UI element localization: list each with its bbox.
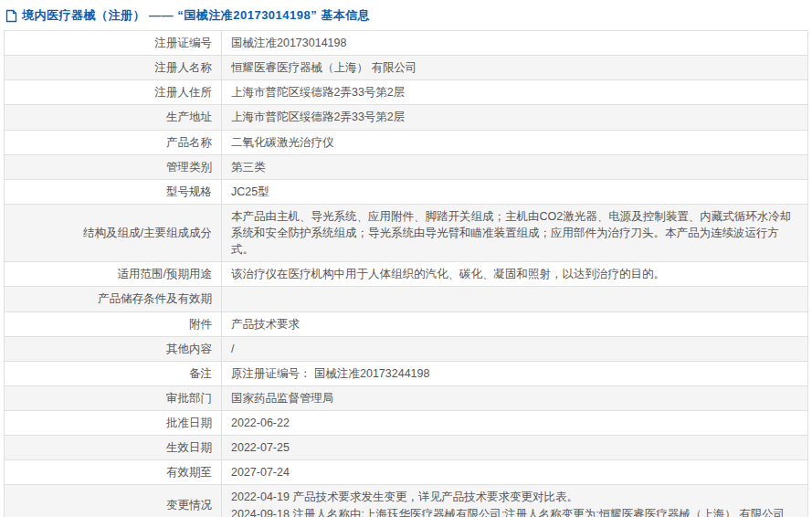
row-label-text: 审批部门 <box>166 392 212 405</box>
row-value: / <box>222 336 808 361</box>
row-value: JC25型 <box>222 179 808 204</box>
registration-info-table: 注册证编号国械注准20173014198注册人名称恒耀医睿医疗器械（上海） 有限… <box>4 30 808 517</box>
row-label: 管理类别 <box>5 154 222 179</box>
row-label-text: 备注 <box>189 367 212 380</box>
row-label-text: 产品名称 <box>166 136 212 149</box>
row-label-text: 生效日期 <box>166 441 212 454</box>
info-table-body: 注册证编号国械注准20173014198注册人名称恒耀医睿医疗器械（上海） 有限… <box>5 31 808 517</box>
row-value: 原注册证编号： 国械注准20173244198 <box>222 361 808 385</box>
row-label-text: 生产地址 <box>166 111 212 123</box>
page-header: 境内医疗器械（注册） —— “国械注准20173014198” 基本信息 <box>0 0 812 30</box>
row-label-text: 注册人住所 <box>155 86 213 99</box>
row-value: 二氧化碳激光治疗仪 <box>222 130 808 154</box>
row-label-text: 管理类别 <box>166 161 212 174</box>
table-row: 生产地址上海市普陀区绥德路2弄33号第2层 <box>5 105 808 130</box>
row-value: 国家药品监督管理局 <box>222 385 808 410</box>
row-value-line: 2024-09-18 注册人名称由:上海珏华医疗器械有限公司;注册人名称变更为:… <box>231 506 798 517</box>
row-label: 备注 <box>5 361 222 385</box>
table-row: 注册人名称恒耀医睿医疗器械（上海） 有限公司 <box>5 56 808 80</box>
row-label: 变更情况 <box>5 485 222 517</box>
row-value: 2027-07-24 <box>222 460 808 485</box>
row-label-text: 其他内容 <box>166 343 212 355</box>
table-row: 适用范围/预期用途该治疗仪在医疗机构中用于人体组织的汽化、碳化、凝固和照射，以达… <box>5 262 808 287</box>
table-row: 注册证编号国械注准20173014198 <box>5 31 808 56</box>
row-label: 注册人住所 <box>5 80 222 105</box>
row-label: 注册人名称 <box>5 56 222 80</box>
row-label: 生效日期 <box>5 436 222 460</box>
table-row: 审批部门国家药品监督管理局 <box>5 385 808 410</box>
row-value: 第三类 <box>222 154 808 179</box>
table-row: 型号规格JC25型 <box>5 179 808 204</box>
row-label-text: 适用范围/预期用途 <box>118 268 212 280</box>
row-label: 注册证编号 <box>5 31 222 56</box>
row-value-line: 2022-04-19 产品技术要求发生变更，详见产品技术要求变更对比表。 <box>231 489 798 505</box>
table-row: 有效期至2027-07-24 <box>5 460 808 485</box>
table-row: 附件产品技术要求 <box>5 311 808 336</box>
page: 境内医疗器械（注册） —— “国械注准20173014198” 基本信息 注册证… <box>0 0 812 517</box>
table-row: 生效日期2022-07-25 <box>5 436 808 460</box>
document-icon <box>5 9 17 23</box>
row-label: 附件 <box>5 311 222 336</box>
row-value: 本产品由主机、导光系统、应用附件、脚踏开关组成；主机由CO2激光器、电源及控制装… <box>222 204 808 261</box>
row-value: 2022-04-19 产品技术要求发生变更，详见产品技术要求变更对比表。2024… <box>222 485 808 517</box>
row-label: 产品储存条件及有效期 <box>5 287 222 311</box>
row-label-text: 批准日期 <box>166 417 212 429</box>
row-value: 该治疗仪在医疗机构中用于人体组织的汽化、碳化、凝固和照射，以达到治疗的目的。 <box>222 262 808 287</box>
row-label-text: 型号规格 <box>166 185 212 198</box>
table-row: 变更情况2022-04-19 产品技术要求发生变更，详见产品技术要求变更对比表。… <box>5 485 808 517</box>
row-label-text: 产品储存条件及有效期 <box>98 292 212 305</box>
row-value: 上海市普陀区绥德路2弄33号第2层 <box>222 105 808 130</box>
table-row: 管理类别第三类 <box>5 154 808 179</box>
row-label: 型号规格 <box>5 179 222 204</box>
row-label: 结构及组成/主要组成成分 <box>5 204 222 261</box>
row-label-text: 注册证编号 <box>155 37 213 49</box>
row-value: 上海市普陀区绥德路2弄33号第2层 <box>222 80 808 105</box>
page-title: 境内医疗器械（注册） —— “国械注准20173014198” 基本信息 <box>22 7 370 24</box>
table-row: 产品储存条件及有效期 <box>5 287 808 311</box>
row-label-text: 注册人名称 <box>155 61 213 74</box>
row-value: 产品技术要求 <box>222 311 808 336</box>
row-label-text: 变更情况 <box>166 499 212 512</box>
row-label: 批准日期 <box>5 411 222 436</box>
row-value: 2022-07-25 <box>222 436 808 460</box>
row-label: 生产地址 <box>5 105 222 130</box>
row-label-text: 附件 <box>189 318 212 331</box>
row-value: 2022-06-22 <box>222 411 808 436</box>
row-label: 产品名称 <box>5 130 222 154</box>
row-value: 国械注准20173014198 <box>222 31 808 56</box>
table-row: 产品名称二氧化碳激光治疗仪 <box>5 130 808 154</box>
row-label-text: 有效期至 <box>166 466 212 479</box>
row-label: 有效期至 <box>5 460 222 485</box>
row-label: 审批部门 <box>5 385 222 410</box>
row-label: 适用范围/预期用途 <box>5 262 222 287</box>
table-row: 批准日期2022-06-22 <box>5 411 808 436</box>
row-value <box>222 287 808 311</box>
row-label-text: 结构及组成/主要组成成分 <box>83 227 212 239</box>
table-row: 其他内容/ <box>5 336 808 361</box>
table-row: 结构及组成/主要组成成分本产品由主机、导光系统、应用附件、脚踏开关组成；主机由C… <box>5 204 808 261</box>
table-row: 备注原注册证编号： 国械注准20173244198 <box>5 361 808 385</box>
table-row: 注册人住所上海市普陀区绥德路2弄33号第2层 <box>5 80 808 105</box>
row-value: 恒耀医睿医疗器械（上海） 有限公司 <box>222 56 808 80</box>
row-label: 其他内容 <box>5 336 222 361</box>
